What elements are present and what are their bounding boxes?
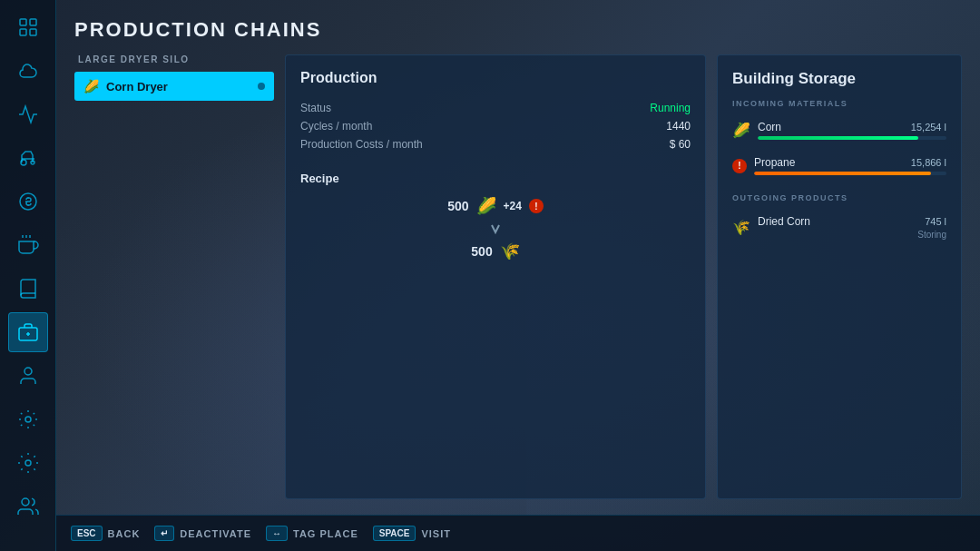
sidebar-item-vehicle[interactable]: [8, 138, 48, 178]
svg-rect-0: [20, 19, 26, 25]
enter-key: ↵: [154, 526, 174, 541]
svg-rect-3: [30, 29, 36, 35]
esc-key: ESC: [71, 526, 103, 541]
corn-dryer-icon: 🌽: [83, 79, 99, 93]
stat-row-costs: Production Costs / month $ 60: [300, 135, 691, 153]
sidebar-item-finance[interactable]: [8, 182, 48, 221]
production-panel: Production Status Running Cycles / month…: [285, 54, 706, 499]
outgoing-section: Outgoing Products 🌾 Dried Corn 745 l Sto…: [732, 193, 946, 245]
propane-bar-fill: [754, 172, 931, 175]
content-layout: Large Dryer Silo 🌽 Corn Dryer Production…: [74, 54, 962, 499]
corn-storage-name: Corn: [758, 121, 781, 133]
page-title: Production Chains: [74, 18, 962, 42]
stats-table: Status Running Cycles / month 1440 Produ…: [300, 99, 691, 153]
storage-panel: Building Storage Incoming Materials 🌽 Co…: [717, 54, 962, 499]
svg-rect-1: [30, 19, 36, 25]
chain-dot: [258, 83, 265, 90]
sidebar-item-garage[interactable]: [8, 399, 48, 439]
propane-storage-amount: 15,866 l: [911, 157, 946, 168]
sidebar-item-log[interactable]: [8, 269, 48, 309]
hotkey-esc: ESC Back: [71, 526, 140, 541]
chain-item-label: Corn Dryer: [106, 80, 168, 93]
plus-separator: +24: [504, 200, 522, 212]
deactivate-label: Deactivate: [180, 528, 251, 539]
tagplace-label: Tag Place: [293, 528, 358, 539]
stat-value-status: Running: [650, 102, 691, 114]
sidebar-item-weather[interactable]: [8, 51, 48, 91]
recipe-label: Recipe: [300, 172, 691, 185]
svg-rect-2: [20, 29, 26, 35]
section-label: Large Dryer Silo: [74, 54, 274, 64]
dried-corn-amount: 745 l: [925, 216, 946, 227]
corn-storage-amount: 15,254 l: [911, 122, 946, 133]
visit-label: Visit: [421, 528, 451, 539]
stat-label-status: Status: [300, 102, 331, 114]
recipe-output: 500 🌾: [300, 241, 691, 261]
sidebar-item-missions[interactable]: [8, 356, 48, 396]
sidebar-item-contract[interactable]: [8, 225, 48, 265]
dried-corn-storage-icon: 🌾: [732, 219, 750, 236]
hotkey-visit: SPACE Visit: [373, 526, 451, 541]
propane-storage-icon: !: [732, 159, 747, 173]
dried-corn-info: Dried Corn 745 l Storing: [758, 215, 946, 240]
recipe-inputs: 500 🌽 +24 !: [300, 196, 691, 216]
storage-item-propane: ! Propane 15,866 l: [732, 151, 946, 181]
stat-label-cycles: Cycles / month: [300, 120, 372, 133]
svg-point-16: [22, 498, 29, 506]
sidebar-item-stats[interactable]: [8, 94, 48, 134]
storage-item-corn: 🌽 Corn 15,254 l: [732, 115, 946, 145]
sidebar: [0, 0, 56, 551]
propane-storage-name: Propane: [754, 156, 795, 169]
chain-item-corn-dryer[interactable]: 🌽 Corn Dryer: [74, 72, 274, 101]
recipe-arrow: [300, 223, 691, 234]
corn-storage-bar: [758, 136, 946, 140]
corn-storage-icon: 🌽: [732, 122, 750, 139]
corn-name-row: Corn 15,254 l: [758, 121, 946, 133]
esc-label: Back: [108, 528, 141, 539]
stat-value-cycles: 1440: [666, 120, 691, 133]
corn-storage-info: Corn 15,254 l: [758, 121, 946, 140]
arrows-key: ↔: [266, 526, 288, 541]
svg-point-14: [25, 417, 31, 422]
propane-storage-bar: [754, 172, 946, 175]
dried-corn-recipe-icon: 🌾: [500, 241, 520, 261]
sidebar-item-map[interactable]: [8, 7, 48, 47]
hotkey-tagplace: ↔ Tag Place: [266, 526, 358, 541]
sidebar-item-production[interactable]: [8, 312, 48, 352]
propane-name-row: Propane 15,866 l: [754, 156, 946, 169]
incoming-label: Incoming Materials: [732, 99, 946, 108]
main-content: Production Chains Large Dryer Silo 🌽 Cor…: [56, 0, 980, 515]
outgoing-item-dried-corn: 🌾 Dried Corn 745 l Storing: [732, 210, 946, 245]
production-title: Production: [300, 70, 691, 86]
propane-recipe-icon: !: [529, 199, 544, 213]
recipe-section: Recipe 500 🌽 +24 ! 500 🌾: [300, 172, 691, 261]
corn-recipe-icon: 🌽: [476, 196, 496, 216]
sidebar-item-settings[interactable]: [8, 443, 48, 483]
dried-corn-status: Storing: [758, 230, 946, 240]
outgoing-label: Outgoing Products: [732, 193, 946, 202]
recipe-amount-output: 500: [471, 244, 492, 259]
propane-storage-info: Propane 15,866 l: [754, 156, 946, 175]
dried-corn-name: Dried Corn: [758, 215, 810, 228]
stat-row-cycles: Cycles / month 1440: [300, 117, 691, 135]
bottom-bar: ESC Back ↵ Deactivate ↔ Tag Place SPACE …: [56, 515, 980, 551]
stat-label-costs: Production Costs / month: [300, 138, 423, 151]
hotkey-deactivate: ↵ Deactivate: [154, 526, 251, 541]
space-key: SPACE: [373, 526, 416, 541]
recipe-amount-corn: 500: [447, 199, 468, 213]
left-panel: Large Dryer Silo 🌽 Corn Dryer: [74, 54, 274, 499]
stat-row-status: Status Running: [300, 99, 691, 117]
stat-value-costs: $ 60: [670, 138, 691, 151]
sidebar-item-players[interactable]: [8, 487, 48, 526]
dried-corn-name-row: Dried Corn 745 l: [758, 215, 946, 228]
svg-point-13: [24, 368, 32, 375]
storage-title: Building Storage: [732, 70, 946, 88]
corn-bar-fill: [758, 136, 918, 140]
svg-point-15: [25, 460, 31, 466]
